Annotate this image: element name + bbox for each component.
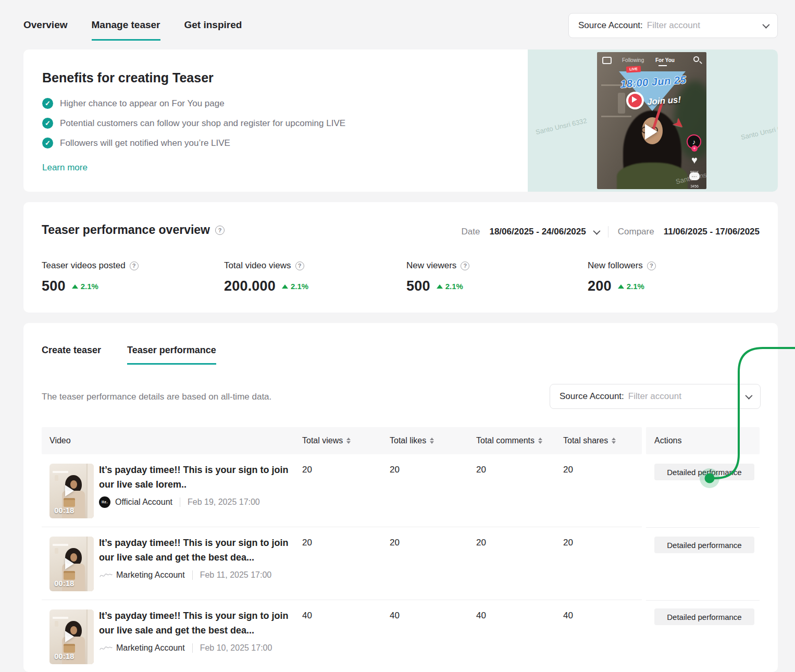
help-icon[interactable] <box>647 262 656 270</box>
play-icon <box>65 631 74 642</box>
chevron-down-icon <box>762 21 769 29</box>
help-icon[interactable] <box>295 262 304 270</box>
tab-create-teaser[interactable]: Create teaser <box>42 345 101 365</box>
metric-new-viewers: New viewers 500 2.1% <box>406 260 469 294</box>
cell-total-views: 40 <box>302 611 312 621</box>
post-date: Feb 19, 2025 17:00 <box>180 497 260 507</box>
check-icon <box>42 138 53 148</box>
live-tv-icon <box>602 57 612 64</box>
detailed-performance-button[interactable]: Detailed performance <box>654 608 754 625</box>
teaser-video-preview[interactable]: Following For You LIVE 18:00 Jun 25 Join… <box>597 52 706 189</box>
date-range-row: Date 18/06/2025 - 24/06/2025 Compare 11/… <box>462 226 760 238</box>
cell-total-views: 20 <box>302 538 312 548</box>
video-duration: 00:18 <box>54 652 74 661</box>
signature-icon <box>99 644 113 652</box>
video-title[interactable]: It’s payday timee!! This is your sign to… <box>99 536 293 565</box>
sort-icon[interactable] <box>346 438 351 444</box>
source-account-label: Source Account: <box>578 20 643 31</box>
learn-more-link[interactable]: Learn more <box>42 163 88 173</box>
official-account-avatar: llz. <box>99 496 110 508</box>
search-icon <box>693 56 699 62</box>
metric-value: 500 <box>42 278 66 294</box>
column-actions: Actions <box>654 427 681 454</box>
divider <box>646 527 760 528</box>
date-range-value[interactable]: 18/06/2025 - 24/06/2025 <box>489 227 586 237</box>
compare-range-value[interactable]: 11/06/2025 - 17/06/2025 <box>664 227 760 237</box>
phone-top-bar: Following For You <box>597 56 706 66</box>
post-date: Feb 11, 2025 17:00 <box>192 570 272 580</box>
account-name: Marketing Account <box>116 643 185 653</box>
tab-overview[interactable]: Overview <box>23 13 68 41</box>
metric-label: Total video views <box>224 260 291 271</box>
live-badge: LIVE <box>626 66 641 72</box>
check-icon <box>42 98 53 109</box>
video-duration: 00:18 <box>54 579 74 588</box>
column-total-likes: Total likes <box>390 427 434 454</box>
up-arrow-icon <box>437 284 443 289</box>
column-total-shares: Total shares <box>563 427 616 454</box>
sort-icon[interactable] <box>430 438 434 444</box>
comment-icon: 3456 <box>687 172 702 189</box>
tab-manage-teaser[interactable]: Manage teaser <box>92 13 160 41</box>
account-row: llz. Official Account Feb 19, 2025 17:00 <box>99 496 260 508</box>
cell-total-likes: 20 <box>390 538 400 548</box>
help-icon[interactable] <box>461 262 469 270</box>
cell-total-comments: 20 <box>476 465 486 475</box>
cell-total-shares: 20 <box>563 538 573 548</box>
table-header-actions: Actions <box>646 427 760 454</box>
following-tab: Following <box>622 57 644 63</box>
tab-teaser-performance[interactable]: Teaser performance <box>127 345 216 365</box>
cell-total-views: 20 <box>302 465 312 475</box>
video-duration: 00:18 <box>54 506 74 515</box>
sort-icon[interactable] <box>612 438 616 444</box>
video-thumbnail[interactable]: 00:18 <box>49 609 94 664</box>
teaser-table-card: Create teaser Teaser performance The tea… <box>23 323 778 672</box>
metric-value: 200 <box>588 278 612 294</box>
play-icon <box>65 485 74 496</box>
column-total-comments: Total comments <box>476 427 542 454</box>
video-title[interactable]: It’s payday timee!! This is your sign to… <box>99 608 293 638</box>
tab-get-inspired[interactable]: Get inspired <box>184 13 242 41</box>
cell-total-likes: 40 <box>390 611 400 621</box>
source-account-dropdown-table[interactable]: Source Account: Filter account <box>550 384 761 409</box>
tiktok-avatar-icon <box>687 134 701 149</box>
metric-label: New followers <box>588 260 643 271</box>
table-row: 00:18 It’s payday timee!! This is your s… <box>42 527 642 600</box>
source-account-label: Source Account: <box>560 391 624 402</box>
cell-total-comments: 40 <box>476 611 486 621</box>
benefit-text: Potential customers can follow your shop… <box>60 118 345 129</box>
benefits-card: Benefits for creating Teaser Higher chan… <box>23 49 778 192</box>
metric-delta: 2.1% <box>282 282 308 291</box>
benefit-text: Followers will get notified when you’re … <box>60 138 230 148</box>
cell-total-comments: 20 <box>476 538 486 548</box>
metric-value: 200.000 <box>224 278 276 294</box>
play-icon <box>65 558 74 569</box>
video-thumbnail[interactable]: 00:18 <box>49 464 94 518</box>
divider <box>646 600 760 601</box>
detailed-performance-button[interactable]: Detailed performance <box>654 464 754 480</box>
source-account-placeholder: Filter account <box>628 391 738 402</box>
cell-total-likes: 20 <box>390 465 400 475</box>
help-icon[interactable] <box>130 262 139 270</box>
metric-new-followers: New followers 200 2.1% <box>588 260 656 294</box>
up-arrow-icon <box>282 284 288 289</box>
table-header: Video Total views Total likes Total comm… <box>42 427 642 454</box>
table-row: 00:18 It’s payday timee!! This is your s… <box>42 454 642 527</box>
video-title[interactable]: It’s payday timee!! This is your sign to… <box>99 463 293 492</box>
sort-icon[interactable] <box>538 438 542 444</box>
metric-label: Teaser videos posted <box>42 260 126 271</box>
post-date: Feb 10, 2025 17:00 <box>192 643 272 653</box>
overview-title: Teaser performance overview <box>42 223 210 237</box>
video-thumbnail[interactable]: 00:18 <box>49 537 94 591</box>
top-navigation: Overview Manage teaser Get inspired Sour… <box>23 13 778 42</box>
source-account-dropdown-top[interactable]: Source Account: Filter account <box>568 13 778 38</box>
help-icon[interactable] <box>215 226 225 235</box>
cell-total-shares: 20 <box>563 465 573 475</box>
for-you-tab: For You <box>655 57 675 63</box>
source-account-placeholder: Filter account <box>647 20 755 31</box>
compare-label: Compare <box>618 227 654 237</box>
actions-column: Detailed performance Detailed performanc… <box>646 454 760 672</box>
detailed-performance-button[interactable]: Detailed performance <box>654 537 754 553</box>
metric-delta: 2.1% <box>437 282 463 291</box>
chevron-down-icon[interactable] <box>593 228 600 235</box>
